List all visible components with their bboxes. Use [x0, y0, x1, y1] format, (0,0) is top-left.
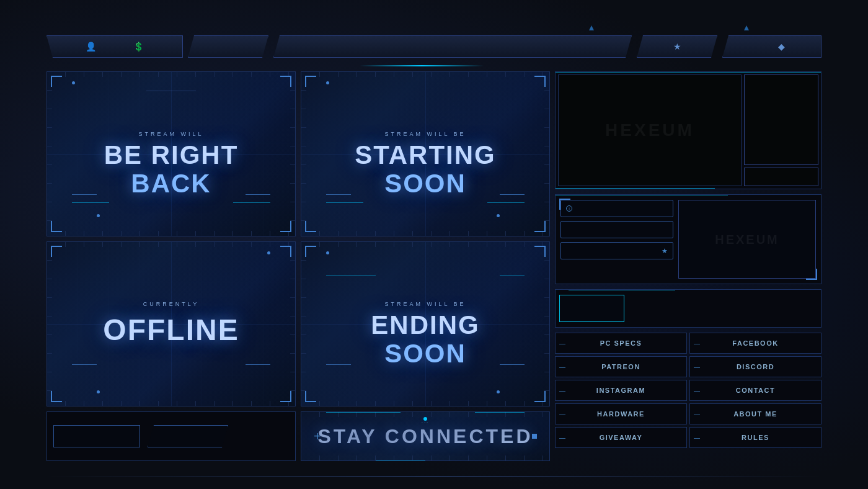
- top-dot: [423, 417, 427, 421]
- diamond-icon: ◆: [778, 42, 785, 52]
- preview-watermark: HEXEUM: [715, 232, 779, 246]
- stay-dot: [532, 434, 537, 439]
- panel-starting-soon: STREAM WILL BE STARTING SOON: [301, 71, 550, 236]
- preview-input-box: [559, 295, 624, 322]
- topbar-mid2: [273, 35, 632, 58]
- panel-be-right-back: STREAM WILL BE RIGHT BACK: [46, 71, 296, 236]
- monitor-preview: HEXEUM: [678, 200, 816, 279]
- menu-btn-discord[interactable]: DISCORD: [689, 356, 822, 377]
- ending-soon-subtitle: STREAM WILL BE: [384, 301, 466, 307]
- preview-input-row: [555, 289, 822, 328]
- ending-soon-title: ENDING SOON: [371, 311, 479, 368]
- input-bar-2: [560, 221, 673, 238]
- menu-btn-contact[interactable]: CONTACT: [689, 380, 822, 401]
- menu-buttons-grid: PC SPECS FACEBOOK PATREON DISCORD INSTAG…: [555, 333, 822, 448]
- menu-btn-hardware[interactable]: HARDWARE: [555, 403, 687, 424]
- menu-btn-instagram[interactable]: INSTAGRAM: [555, 380, 687, 401]
- topbar-left: 👤 💲: [46, 35, 183, 58]
- monitor-area: HEXEUM: [555, 71, 822, 189]
- monitor-watermark: HEXEUM: [605, 120, 694, 140]
- menu-btn-pc-specs[interactable]: PC SPECS: [555, 333, 687, 354]
- star-bottom: ★: [662, 247, 668, 255]
- menu-btn-rules[interactable]: RULES: [689, 427, 822, 448]
- panel-offline: CURRENTLY OFFLINE: [46, 241, 296, 406]
- dollar-icon: 💲: [133, 42, 144, 52]
- be-right-back-subtitle: STREAM WILL: [138, 131, 203, 137]
- topbar-right: ◆: [722, 35, 822, 58]
- badge-1: [53, 425, 140, 447]
- star-icon: ★: [673, 42, 681, 52]
- be-right-back-title: BE RIGHT BACK: [104, 141, 239, 198]
- menu-btn-facebook[interactable]: FACEBOOK: [689, 333, 822, 354]
- badge-2: [148, 425, 228, 447]
- topbar-mid3: ★: [637, 35, 717, 58]
- menu-btn-patreon[interactable]: PATREON: [555, 356, 687, 377]
- input-bar-1: i: [560, 200, 673, 217]
- bottom-left-badges: [46, 411, 296, 461]
- input-bar-3: ★: [560, 242, 673, 259]
- monitor-main-screen: HEXEUM: [558, 74, 742, 186]
- stay-connected-panel: + ... STAY CONNECTED: [301, 411, 550, 461]
- menu-btn-giveaway[interactable]: GIVEAWAY: [555, 427, 687, 448]
- monitor-small-top: [744, 74, 818, 165]
- stay-plus-icon: +: [314, 429, 321, 444]
- offline-title: OFFLINE: [103, 314, 239, 347]
- monitor-small-bot: [744, 168, 818, 186]
- user-icon: 👤: [86, 42, 96, 52]
- monitor-small-screens: [744, 74, 818, 186]
- starting-soon-title: STARTING SOON: [355, 141, 496, 198]
- bottom-edge-line: [46, 476, 822, 477]
- right-column: HEXEUM i ★ H: [555, 71, 822, 461]
- monitor-area-2: i ★ HEXEUM: [555, 194, 822, 284]
- menu-btn-about-me[interactable]: ABOUT ME: [689, 403, 822, 424]
- starting-soon-subtitle: STREAM WILL BE: [384, 131, 466, 137]
- panel-ending-soon: STREAM WILL BE ENDING SOON: [301, 241, 550, 406]
- top-bar: 👤 💲 ★ ◆: [46, 34, 822, 59]
- offline-subtitle: CURRENTLY: [143, 301, 199, 307]
- main-grid: STREAM WILL BE RIGHT BACK STREAM WILL B: [46, 71, 822, 461]
- accent-line-top: [360, 65, 484, 66]
- topbar-mid1: [188, 35, 268, 58]
- input-bars-section: i ★: [558, 197, 676, 281]
